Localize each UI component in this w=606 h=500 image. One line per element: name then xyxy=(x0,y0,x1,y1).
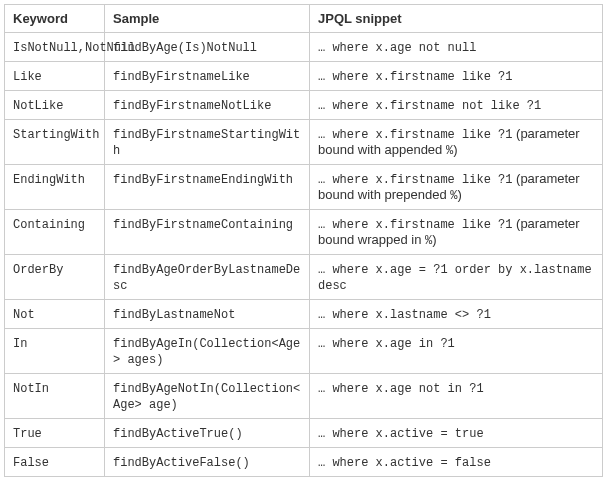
cell-sample: findByFirstnameLike xyxy=(105,62,310,91)
keyword-text: Containing xyxy=(13,218,85,232)
cell-jpql: … where x.active = true xyxy=(310,419,603,448)
cell-sample: findByFirstnameEndingWith xyxy=(105,165,310,210)
keyword-text: OrderBy xyxy=(13,263,63,277)
jpql-text: … where x.age not in ?1 xyxy=(318,382,484,396)
cell-jpql: … where x.age not null xyxy=(310,33,603,62)
cell-keyword: In xyxy=(5,329,105,374)
cell-jpql: … where x.firstname like ?1 (parameter b… xyxy=(310,210,603,255)
keyword-text: True xyxy=(13,427,42,441)
table-row: NotLikefindByFirstnameNotLike… where x.f… xyxy=(5,91,603,120)
header-sample: Sample xyxy=(105,5,310,33)
table-row: OrderByfindByAgeOrderByLastnameDesc… whe… xyxy=(5,255,603,300)
note-end: ) xyxy=(457,187,461,202)
cell-keyword: NotLike xyxy=(5,91,105,120)
table-header-row: Keyword Sample JPQL snippet xyxy=(5,5,603,33)
cell-keyword: False xyxy=(5,448,105,477)
header-jpql: JPQL snippet xyxy=(310,5,603,33)
cell-keyword: Containing xyxy=(5,210,105,255)
cell-sample: findByAgeNotIn(Collection<Age> age) xyxy=(105,374,310,419)
cell-jpql: … where x.lastname <> ?1 xyxy=(310,300,603,329)
jpql-text: … where x.active = true xyxy=(318,427,484,441)
table-row: FalsefindByActiveFalse()… where x.active… xyxy=(5,448,603,477)
cell-keyword: NotIn xyxy=(5,374,105,419)
cell-keyword: Like xyxy=(5,62,105,91)
keyword-text: Like xyxy=(13,70,42,84)
cell-jpql: … where x.firstname like ?1 xyxy=(310,62,603,91)
cell-sample: findByActiveTrue() xyxy=(105,419,310,448)
cell-sample: findByFirstnameContaining xyxy=(105,210,310,255)
cell-jpql: … where x.active = false xyxy=(310,448,603,477)
sample-text: findByFirstnameContaining xyxy=(113,218,293,232)
note-end: ) xyxy=(453,142,457,157)
sample-text: findByFirstnameNotLike xyxy=(113,99,271,113)
table-row: NotInfindByAgeNotIn(Collection<Age> age)… xyxy=(5,374,603,419)
cell-jpql: … where x.firstname like ?1 (parameter b… xyxy=(310,120,603,165)
sample-text: findByFirstnameLike xyxy=(113,70,250,84)
jpql-text: … where x.firstname like ?1 xyxy=(318,128,512,142)
table-row: ContainingfindByFirstnameContaining… whe… xyxy=(5,210,603,255)
header-keyword: Keyword xyxy=(5,5,105,33)
cell-sample: findByFirstnameNotLike xyxy=(105,91,310,120)
sample-text: findByAgeOrderByLastnameDesc xyxy=(113,263,300,293)
jpql-text: … where x.firstname like ?1 xyxy=(318,218,512,232)
jpql-text: … where x.lastname <> ?1 xyxy=(318,308,491,322)
keyword-text: False xyxy=(13,456,49,470)
cell-jpql: … where x.age = ?1 order by x.lastname d… xyxy=(310,255,603,300)
keyword-text: NotLike xyxy=(13,99,63,113)
jpql-text: … where x.age not null xyxy=(318,41,476,55)
sample-text: findByActiveFalse() xyxy=(113,456,250,470)
jpql-text: … where x.firstname like ?1 xyxy=(318,173,512,187)
jpql-text: … where x.firstname like ?1 xyxy=(318,70,512,84)
cell-keyword: EndingWith xyxy=(5,165,105,210)
cell-keyword: IsNotNull,NotNull xyxy=(5,33,105,62)
cell-keyword: Not xyxy=(5,300,105,329)
note-end: ) xyxy=(432,232,436,247)
table-row: InfindByAgeIn(Collection<Age> ages)… whe… xyxy=(5,329,603,374)
keyword-text: Not xyxy=(13,308,35,322)
sample-text: findByAgeNotIn(Collection<Age> age) xyxy=(113,382,300,412)
cell-sample: findByAge(Is)NotNull xyxy=(105,33,310,62)
cell-sample: findByActiveFalse() xyxy=(105,448,310,477)
table-row: LikefindByFirstnameLike… where x.firstna… xyxy=(5,62,603,91)
keyword-text: EndingWith xyxy=(13,173,85,187)
table-row: TruefindByActiveTrue()… where x.active =… xyxy=(5,419,603,448)
cell-sample: findByAgeIn(Collection<Age> ages) xyxy=(105,329,310,374)
sample-text: findByFirstnameEndingWith xyxy=(113,173,293,187)
table-row: StartingWithfindByFirstnameStartingWith…… xyxy=(5,120,603,165)
sample-text: findByActiveTrue() xyxy=(113,427,243,441)
cell-keyword: True xyxy=(5,419,105,448)
cell-sample: findByAgeOrderByLastnameDesc xyxy=(105,255,310,300)
cell-jpql: … where x.firstname not like ?1 xyxy=(310,91,603,120)
table-row: IsNotNull,NotNullfindByAge(Is)NotNull… w… xyxy=(5,33,603,62)
cell-jpql: … where x.age in ?1 xyxy=(310,329,603,374)
jpql-keywords-table: Keyword Sample JPQL snippet IsNotNull,No… xyxy=(4,4,603,477)
sample-text: findByLastnameNot xyxy=(113,308,235,322)
table-row: EndingWithfindByFirstnameEndingWith… whe… xyxy=(5,165,603,210)
jpql-text: … where x.active = false xyxy=(318,456,491,470)
jpql-text: … where x.firstname not like ?1 xyxy=(318,99,541,113)
jpql-text: … where x.age in ?1 xyxy=(318,337,455,351)
keyword-text: StartingWith xyxy=(13,128,99,142)
jpql-text: … where x.age = ?1 order by x.lastname d… xyxy=(318,263,592,293)
table-row: NotfindByLastnameNot… where x.lastname <… xyxy=(5,300,603,329)
sample-text: findByFirstnameStartingWith xyxy=(113,128,300,158)
cell-keyword: StartingWith xyxy=(5,120,105,165)
cell-sample: findByLastnameNot xyxy=(105,300,310,329)
sample-text: findByAgeIn(Collection<Age> ages) xyxy=(113,337,300,367)
cell-keyword: OrderBy xyxy=(5,255,105,300)
cell-jpql: … where x.age not in ?1 xyxy=(310,374,603,419)
cell-sample: findByFirstnameStartingWith xyxy=(105,120,310,165)
keyword-text: In xyxy=(13,337,27,351)
sample-text: findByAge(Is)NotNull xyxy=(113,41,257,55)
keyword-text: NotIn xyxy=(13,382,49,396)
cell-jpql: … where x.firstname like ?1 (parameter b… xyxy=(310,165,603,210)
